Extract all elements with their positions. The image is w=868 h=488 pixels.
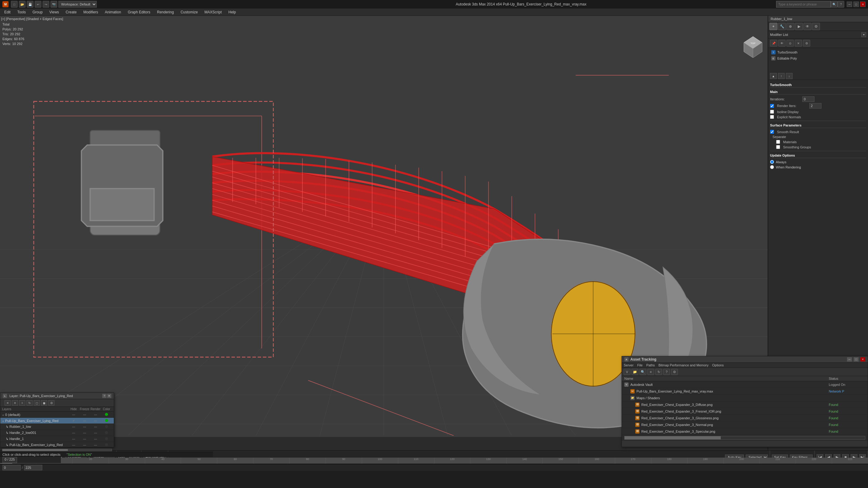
make-unique-btn[interactable]: ⊙: [786, 40, 794, 46]
layers-delete-btn[interactable]: ✕: [12, 400, 18, 405]
render-iters-checkbox[interactable]: [770, 104, 774, 108]
isoline-checkbox[interactable]: [770, 110, 774, 114]
menu-customize[interactable]: Customize: [177, 9, 201, 15]
layers-refresh-btn[interactable]: ↻: [27, 400, 33, 405]
search-input[interactable]: [776, 1, 831, 8]
menu-rendering[interactable]: Rendering: [154, 9, 177, 15]
when-rendering-radio[interactable]: [770, 165, 774, 169]
modifier-editable-poly[interactable]: E Editable Poly: [769, 55, 867, 61]
asset-row-fresnel[interactable]: 🖼 Red_Exerciser_Chest_Expander_3_Fresnel…: [622, 408, 868, 415]
menu-create[interactable]: Create: [63, 9, 80, 15]
render-frame-btn[interactable]: 📷: [51, 1, 57, 8]
asset-horizontal-scrollbar[interactable]: [624, 436, 865, 440]
layers-add-btn[interactable]: ✕: [5, 400, 11, 405]
menu-edit[interactable]: Edit: [1, 9, 14, 15]
redo-btn[interactable]: ↪: [42, 1, 49, 8]
pin-stack-btn[interactable]: 📌: [770, 40, 777, 46]
layers-create-btn[interactable]: +: [19, 400, 25, 405]
menu-help[interactable]: Help: [225, 9, 239, 15]
frame-range-input[interactable]: 0: [2, 465, 21, 470]
menu-graph-editors[interactable]: Graph Editors: [125, 9, 153, 15]
asset-search-btn[interactable]: 🔍: [640, 369, 646, 375]
asset-row-maps[interactable]: 📁 Maps / Shaders: [622, 395, 868, 401]
menu-modifiers[interactable]: Modifiers: [80, 9, 101, 15]
minimize-btn[interactable]: ─: [847, 2, 852, 7]
asset-restore-btn[interactable]: □: [854, 357, 859, 361]
asset-menu-file[interactable]: File: [637, 363, 643, 367]
explicit-normals-checkbox[interactable]: [770, 115, 774, 119]
remove-modifier-btn[interactable]: ✕: [795, 40, 802, 46]
tab-display[interactable]: 👁: [804, 23, 811, 30]
asset-close-btn[interactable]: ✕: [860, 357, 865, 361]
modifier-turbosmooth[interactable]: T TurboSmooth: [769, 49, 867, 55]
asset-settings-btn[interactable]: ⚙: [671, 369, 678, 375]
menu-views[interactable]: Views: [46, 9, 62, 15]
search-icon[interactable]: 🔍: [831, 1, 838, 8]
layers-close-btn[interactable]: ✕: [107, 394, 111, 398]
layers-settings-btn[interactable]: ⚙: [49, 400, 55, 405]
configure-modifier-btn[interactable]: ⚙: [803, 40, 810, 46]
tab-motion[interactable]: ▶: [795, 23, 803, 30]
modifier-dropdown-arrow[interactable]: ▾: [861, 32, 866, 37]
asset-folder-btn[interactable]: 📁: [631, 369, 638, 375]
layers-scroll-thumb[interactable]: [2, 449, 68, 451]
smooth-result-checkbox[interactable]: [770, 130, 774, 134]
layers-all-btn[interactable]: ◼: [41, 400, 47, 405]
asset-menu-paths[interactable]: Paths: [646, 363, 655, 367]
asset-scroll-thumb[interactable]: [625, 436, 721, 440]
asset-row-specular[interactable]: 🖼 Red_Exerciser_Chest_Expander_3_Specula…: [622, 428, 868, 435]
asset-menu-options[interactable]: Options: [712, 363, 724, 367]
layers-scrollbar[interactable]: [2, 449, 112, 451]
materials-checkbox[interactable]: [776, 140, 780, 144]
asset-row-maxfile[interactable]: M Pull-Up_Bars_Exerciser_Lying_Red_max_v…: [622, 388, 868, 395]
tab-utilities[interactable]: ⚙: [812, 23, 820, 30]
tab-modify[interactable]: 🔧: [778, 23, 786, 30]
layer-default[interactable]: ⬦ 0 (default) — — —: [0, 412, 114, 418]
render-iters-input[interactable]: [809, 103, 822, 108]
layers-select-btn[interactable]: ◻: [34, 400, 40, 405]
layer-rubber[interactable]: ↳ Rubber_1_low — — —: [0, 424, 114, 430]
show-result-btn[interactable]: 👁: [778, 40, 785, 46]
restore-btn[interactable]: □: [854, 2, 859, 7]
frame-end-input[interactable]: 225: [24, 465, 42, 470]
timeline-scrub-area[interactable]: 0 10 20 30 40 50 60 70 80 90 100 110 120…: [0, 458, 868, 464]
frame-counter-input[interactable]: 0 / 225: [2, 457, 17, 463]
layer-pullup[interactable]: ⬦ Pull-Up_Bars_Exerciser_Lying_Red ✓ — —: [0, 418, 114, 424]
asset-question-btn[interactable]: ?: [663, 369, 670, 375]
close-btn[interactable]: ✕: [860, 2, 866, 7]
layer-handle1[interactable]: ↳ Handle_1 — — —: [0, 436, 114, 442]
asset-row-diffuse[interactable]: 🖼 Red_Exerciser_Chest_Expander_3_Diffuse…: [622, 401, 868, 408]
save-btn[interactable]: 💾: [27, 1, 33, 8]
asset-vault-btn[interactable]: V: [624, 369, 630, 375]
layer-pullup-obj[interactable]: ↳ Pull-Up_Bars_Exerciser_Lying_Red — — —: [0, 442, 114, 448]
always-radio[interactable]: [770, 160, 774, 164]
new-btn[interactable]: □: [11, 1, 18, 8]
layers-help-btn[interactable]: ?: [102, 394, 106, 398]
smoothing-groups-checkbox[interactable]: [776, 145, 780, 149]
asset-refresh-btn[interactable]: ↻: [655, 369, 662, 375]
menu-group[interactable]: Group: [30, 9, 45, 15]
help-btn[interactable]: ?: [838, 1, 844, 8]
add-modifier-btn[interactable]: ▲: [770, 73, 777, 79]
workspace-select[interactable]: Workspace: Default: [58, 1, 97, 8]
menu-tools[interactable]: Tools: [14, 9, 29, 15]
asset-menu-bitmap[interactable]: Bitmap Performance and Memory: [658, 363, 708, 367]
viewport-label[interactable]: [+] [Perspective] [Shaded + Edged Faces]: [1, 17, 63, 21]
tab-hierarchy[interactable]: ⊕: [786, 23, 794, 30]
move-down-btn[interactable]: ↓: [786, 73, 793, 79]
asset-minimize-btn[interactable]: ─: [847, 357, 852, 361]
tab-create[interactable]: ✦: [769, 23, 777, 30]
iterations-input[interactable]: [802, 96, 814, 102]
navigation-cube[interactable]: TOP: [741, 33, 765, 58]
menu-animation[interactable]: Animation: [102, 9, 124, 15]
layer-handle2[interactable]: ↳ Handle_2_low001 — — —: [0, 430, 114, 436]
undo-btn[interactable]: ↩: [35, 1, 41, 8]
asset-row-glossiness[interactable]: 🖼 Red_Exerciser_Chest_Expander_3_Glossin…: [622, 415, 868, 421]
open-btn[interactable]: 📂: [19, 1, 26, 8]
asset-list-btn[interactable]: ≡: [647, 369, 654, 375]
move-up-btn[interactable]: ↑: [778, 73, 785, 79]
asset-row-normal[interactable]: 🖼 Red_Exerciser_Chest_Expander_3_Normal.…: [622, 421, 868, 428]
asset-row-vault[interactable]: V Autodesk Vault Logged On: [622, 381, 868, 388]
menu-maxscript[interactable]: MAXScript: [202, 9, 225, 15]
asset-menu-server[interactable]: Server: [624, 363, 633, 367]
